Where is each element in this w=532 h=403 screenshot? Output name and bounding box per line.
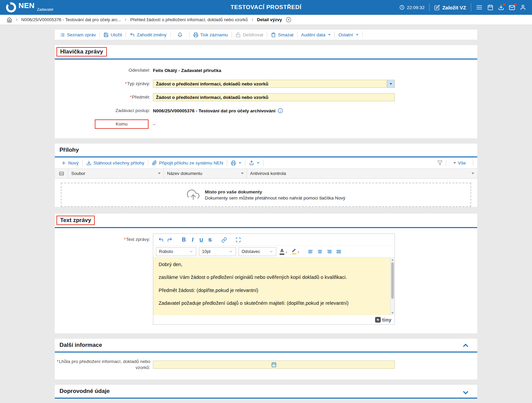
edit-icon [434, 5, 440, 10]
brand[interactable]: NEN Zadavatel [6, 2, 53, 13]
new-attachment-button[interactable]: Nový [57, 160, 83, 166]
export-attachments-menu[interactable] [245, 160, 263, 166]
undo-icon[interactable] [157, 235, 165, 244]
font-size-select[interactable]: 10pt [199, 247, 236, 256]
menu-button[interactable] [476, 4, 483, 11]
messages-button[interactable] [509, 4, 515, 11]
filter-icon[interactable] [437, 160, 443, 166]
deadline-date-input[interactable] [153, 361, 395, 369]
message-text-label: *Text zprávy: [55, 233, 153, 243]
fullscreen-icon[interactable] [234, 235, 243, 244]
strikethrough-icon[interactable]: S [206, 235, 214, 244]
filter-chevron-icon[interactable] [472, 173, 474, 174]
chevron-down-icon [328, 34, 331, 36]
tiny-logo[interactable]: tiny [375, 317, 392, 323]
editor-toolbar-formatting: B I U S [153, 234, 395, 246]
filter-all-menu[interactable]: Vše [450, 160, 469, 166]
divider [429, 3, 429, 11]
downloads-button[interactable] [498, 4, 504, 10]
bold-icon[interactable]: B [179, 235, 188, 244]
block-format-select[interactable]: Odstavec [239, 247, 276, 256]
divider [471, 3, 471, 11]
subject-row: *Předmět: [55, 90, 477, 104]
attachments-table-header: Soubor Název dokumentu Antivirová kontro… [55, 169, 477, 179]
home-icon[interactable] [7, 17, 12, 23]
font-size-value: 10pt [202, 249, 210, 254]
user-button[interactable] [520, 4, 526, 10]
close-icon[interactable] [286, 17, 291, 23]
deadline-label: *Lhůta pro předložení informací, dokladů… [55, 359, 153, 370]
download-all-button[interactable]: Stáhnout všechny přílohy [83, 160, 149, 166]
breadcrumb-item-procedure[interactable]: N006/25/V00005376 - Testování dat pro úč… [21, 17, 121, 22]
attach-from-nen-button[interactable]: Připojit přílohu ze systému NEN [148, 160, 227, 166]
scroll-down-icon[interactable] [391, 311, 395, 315]
row-selector-column[interactable] [55, 169, 68, 178]
link-icon[interactable] [220, 235, 229, 244]
calendar-button[interactable] [487, 4, 493, 10]
text-color-button[interactable]: A ∨ [279, 248, 288, 255]
redo-icon[interactable] [165, 235, 174, 244]
collapse-section-button[interactable] [462, 342, 468, 348]
breadcrumb: › N006/25/V00005376 - Testování dat pro … [0, 15, 532, 25]
message-type-select[interactable]: Žádost o předložení informací, dokladů n… [153, 80, 395, 88]
message-text-section: Text zprávy *Text zprávy: B I U S [55, 214, 477, 333]
filter-chevron-icon[interactable] [241, 173, 244, 174]
audit-data-menu[interactable]: Auditní data [297, 32, 335, 38]
save-label: Uložit [111, 32, 122, 37]
delete-button[interactable]: Smazat [267, 32, 297, 38]
subject-input[interactable] [153, 93, 395, 101]
subject-label: *Předmět: [55, 94, 153, 100]
italic-icon[interactable]: I [188, 235, 197, 244]
message-paragraph: Předmět žádosti: (doplňte,pokud je relev… [159, 288, 385, 293]
filter-chevron-icon[interactable] [158, 173, 161, 174]
create-vz-button[interactable]: Založit VZ [434, 5, 466, 10]
column-header-document-name[interactable]: Název dokumentu [164, 169, 247, 178]
column-header-file[interactable]: Soubor [68, 169, 164, 178]
annotation-box: Hlavička zprávy [56, 47, 107, 57]
recipient-link[interactable]: Komu [95, 119, 149, 129]
list-icon [60, 32, 65, 37]
column-header-antivirus[interactable]: Antivirová kontrola [247, 169, 477, 178]
info-icon[interactable] [278, 108, 283, 113]
nen-logo-icon [6, 2, 16, 12]
align-right-icon[interactable] [325, 247, 334, 256]
chevron-down-icon: ∨ [297, 250, 300, 254]
save-button[interactable]: Uložit [100, 32, 126, 38]
discard-changes-button[interactable]: Zahodit změny [126, 32, 171, 38]
scroll-up-icon[interactable] [391, 258, 395, 262]
highlight-color-button[interactable]: ∨ [291, 249, 300, 254]
attachments-toolbar: Nový Stáhnout všechny přílohy Připojit p… [55, 157, 477, 169]
align-justify-icon[interactable] [334, 247, 343, 256]
print-record-button[interactable]: Tisk záznamu [190, 32, 232, 38]
scrollbar-thumb[interactable] [391, 262, 394, 299]
decrypt-button: Dešifrovat [232, 32, 267, 38]
message-type-value: Žádost o předložení informací, dokladů n… [156, 81, 269, 86]
breadcrumb-item-overview[interactable]: Přehled žádostí o předložení informací, … [130, 17, 248, 22]
calendar-icon[interactable] [271, 362, 277, 367]
editor-content-area[interactable]: Dobrý den, zasíláme Vám žádost o předlož… [153, 257, 395, 315]
procedure-label: Zadávací postup: [55, 108, 153, 114]
divider [473, 160, 473, 166]
message-list-button[interactable]: Seznam zpráv [56, 32, 100, 38]
deadline-row: *Lhůta pro předložení informací, dokladů… [55, 358, 477, 371]
expand-section-button[interactable] [462, 390, 468, 396]
notification-button[interactable] [171, 32, 190, 38]
attachments-dropzone[interactable]: Místo pro vaše dokumenty Dokumenty sem m… [61, 183, 471, 207]
print-attachments-menu[interactable] [227, 160, 245, 166]
plus-icon [61, 160, 66, 166]
font-family-select[interactable]: Roboto [156, 247, 196, 256]
alignment-buttons [306, 247, 343, 256]
section-title: Doprovodné údaje [59, 388, 110, 394]
recipient-value: – [153, 122, 156, 127]
other-menu[interactable]: Ostatní [335, 32, 363, 38]
chevron-down-icon [463, 389, 468, 395]
editor-scrollbar[interactable] [390, 257, 395, 315]
align-center-icon[interactable] [316, 247, 324, 256]
select-dropdown-button[interactable] [387, 80, 395, 87]
printer-icon [231, 160, 236, 166]
clock-display: 22:09:32 [399, 5, 425, 10]
bell-icon [177, 32, 182, 37]
user-icon [520, 4, 526, 10]
underline-icon[interactable]: U [197, 235, 206, 244]
align-left-icon[interactable] [306, 247, 315, 256]
